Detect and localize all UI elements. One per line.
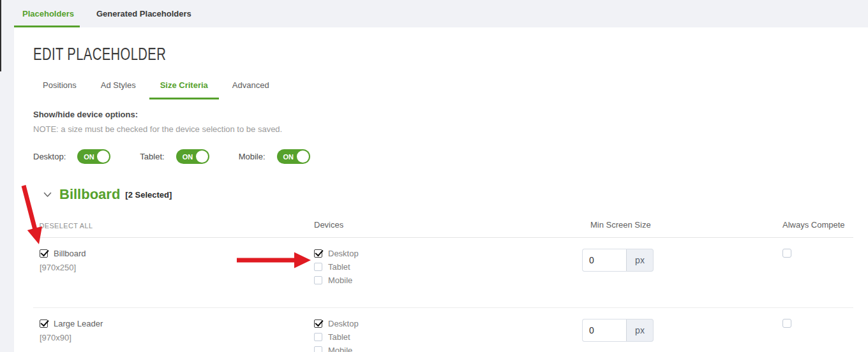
- tablet-toggle-label: Tablet:: [140, 152, 164, 161]
- size-dimensions: [970x90]: [40, 333, 314, 342]
- tablet-toggle[interactable]: ON: [176, 149, 209, 164]
- device-label: Mobile: [328, 275, 352, 285]
- device-checkbox-desktop[interactable]: [314, 249, 322, 258]
- subtab-ad-styles[interactable]: Ad Styles: [101, 80, 136, 99]
- size-checkbox-large-leader[interactable]: [40, 319, 48, 328]
- device-options-note: NOTE: a size must be checked for the dev…: [33, 124, 868, 134]
- always-compete-checkbox[interactable]: [782, 319, 791, 328]
- device-checkbox-tablet[interactable]: [314, 333, 322, 341]
- top-tab-bar: Placeholders Generated Placeholders: [0, 0, 868, 27]
- size-criteria-table: DESELECT ALL Devices Min Screen Size Alw…: [33, 220, 853, 352]
- sub-tab-bar: Positions Ad Styles Size Criteria Advanc…: [33, 80, 868, 99]
- device-label: Desktop: [328, 319, 359, 328]
- billboard-section-header: Billboard [2 Selected]: [43, 186, 868, 203]
- selected-count-badge: [2 Selected]: [125, 190, 172, 200]
- device-checkbox-mobile[interactable]: [314, 346, 322, 352]
- mobile-toggle-state: ON: [283, 153, 294, 161]
- device-label: Desktop: [328, 249, 359, 258]
- section-title: Billboard: [59, 186, 120, 203]
- px-unit-addon: px: [627, 319, 654, 342]
- device-label: Tablet: [328, 332, 350, 342]
- col-header-devices: Devices: [314, 220, 582, 230]
- toggle-knob: [97, 150, 109, 163]
- mobile-toggle[interactable]: ON: [277, 149, 310, 164]
- desktop-toggle-label: Desktop:: [33, 152, 66, 161]
- tab-placeholders[interactable]: Placeholders: [22, 9, 74, 18]
- table-row: Billboard [970x250] Desktop Tablet Mobil…: [33, 238, 853, 307]
- min-screen-size-input[interactable]: [582, 319, 627, 342]
- tablet-toggle-state: ON: [183, 153, 193, 161]
- mobile-toggle-label: Mobile:: [239, 152, 266, 161]
- page-title: EDIT PLACEHOLDER: [33, 45, 659, 64]
- desktop-toggle-state: ON: [84, 153, 94, 161]
- toggle-knob: [196, 150, 208, 163]
- device-options-label: Show/hide device options:: [33, 110, 868, 119]
- size-dimensions: [970x250]: [40, 263, 314, 272]
- deselect-all-link[interactable]: DESELECT ALL: [33, 222, 300, 230]
- content-panel: EDIT PLACEHOLDER Positions Ad Styles Siz…: [14, 27, 868, 352]
- desktop-toggle[interactable]: ON: [77, 149, 110, 164]
- table-header-row: DESELECT ALL Devices Min Screen Size Alw…: [33, 220, 853, 238]
- px-unit-addon: px: [627, 249, 654, 272]
- size-checkbox-billboard[interactable]: [40, 249, 48, 258]
- always-compete-checkbox[interactable]: [782, 249, 791, 258]
- chevron-down-icon[interactable]: [43, 192, 52, 198]
- size-name: Billboard: [54, 249, 86, 258]
- min-screen-size-input[interactable]: [582, 249, 627, 272]
- size-name: Large Leader: [54, 319, 103, 328]
- device-checkbox-tablet[interactable]: [314, 263, 322, 271]
- device-label: Tablet: [328, 262, 350, 272]
- toggle-knob: [297, 150, 309, 163]
- subtab-size-criteria[interactable]: Size Criteria: [149, 80, 219, 99]
- subtab-positions[interactable]: Positions: [43, 80, 77, 99]
- subtab-advanced[interactable]: Advanced: [232, 80, 269, 99]
- col-header-always-compete: Always Compete: [756, 220, 853, 230]
- device-label: Mobile: [328, 346, 352, 352]
- device-toggles: Desktop: ON Tablet: ON Mobile: ON: [33, 149, 868, 164]
- device-checkbox-desktop[interactable]: [314, 319, 322, 328]
- table-row: Large Leader [970x90] Desktop Tablet Mob…: [33, 307, 853, 352]
- tab-generated-placeholders[interactable]: Generated Placeholders: [96, 9, 191, 18]
- col-header-min-screen-size: Min Screen Size: [582, 220, 756, 230]
- device-checkbox-mobile[interactable]: [314, 276, 322, 284]
